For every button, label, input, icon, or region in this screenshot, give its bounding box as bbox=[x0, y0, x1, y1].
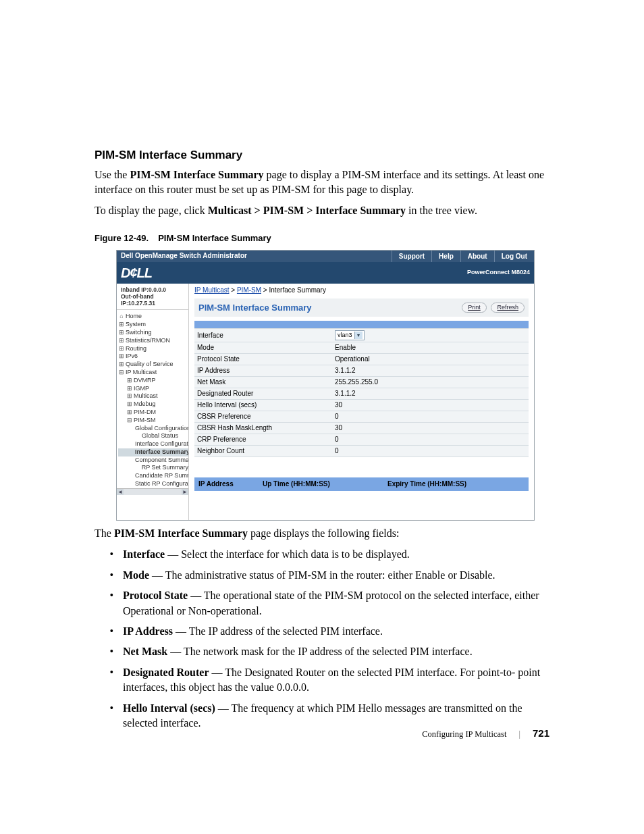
tree-item[interactable]: ⊞Switching bbox=[118, 329, 188, 337]
logout-link[interactable]: Log Out bbox=[494, 251, 534, 262]
print-button[interactable]: Print bbox=[462, 303, 487, 313]
tree-item-label: DVMRP bbox=[133, 377, 156, 384]
col-expiry-time: Expiry Time (HH:MM:SS) bbox=[387, 480, 466, 488]
expand-icon: ⊞ bbox=[118, 353, 125, 360]
dash: — bbox=[209, 667, 225, 678]
tree-item-label: IPv6 bbox=[125, 353, 138, 360]
dash: — bbox=[165, 548, 181, 560]
footer-chapter: Configuring IP Multicast bbox=[422, 729, 506, 739]
tree-item[interactable]: ⊟PIM-SM bbox=[118, 417, 188, 425]
expand-icon: ⊞ bbox=[126, 385, 133, 392]
tree-item[interactable]: ⊟IP Multicast bbox=[118, 369, 188, 377]
prop-key: Hello Interval (secs) bbox=[194, 400, 332, 411]
tree-item[interactable]: Global Status bbox=[118, 432, 188, 440]
tree-item[interactable]: ⊞IGMP bbox=[118, 385, 188, 393]
figure-label: Figure 12-49. bbox=[95, 233, 149, 243]
page-footer: Configuring IP Multicast | 721 bbox=[422, 727, 549, 739]
field-name: Interface bbox=[123, 548, 165, 560]
tree-item[interactable]: ⊞Multicast bbox=[118, 392, 188, 400]
prop-key: Interface bbox=[194, 329, 332, 342]
expand-icon: ⊞ bbox=[118, 321, 125, 328]
tree-item[interactable]: ⊞Statistics/RMON bbox=[118, 337, 188, 345]
scroll-right-icon[interactable]: ► bbox=[182, 489, 188, 495]
tree-item[interactable]: Static RP Configurati bbox=[118, 480, 188, 488]
tree-item[interactable]: ⊞IPv6 bbox=[118, 353, 188, 361]
prop-key: Designated Router bbox=[194, 388, 332, 400]
help-link[interactable]: Help bbox=[431, 251, 460, 262]
expand-icon: ⊞ bbox=[126, 409, 133, 416]
expand-icon: ⊞ bbox=[126, 400, 133, 408]
table-row: Net Mask255.255.255.0 bbox=[194, 377, 529, 388]
scroll-left-icon[interactable]: ◄ bbox=[117, 489, 124, 495]
tree-item-label: Routing bbox=[125, 345, 146, 353]
table-row: Hello Interval (secs)30 bbox=[194, 400, 529, 411]
field-name: Protocol State bbox=[123, 590, 188, 601]
expand-icon: ⊞ bbox=[118, 361, 125, 368]
field-name: IP Address bbox=[123, 625, 173, 637]
tree-item[interactable]: ⊞DVMRP bbox=[118, 377, 188, 385]
prop-key: CBSR Hash MaskLength bbox=[194, 423, 332, 434]
collapse-icon: ⊟ bbox=[118, 369, 125, 376]
tree-item[interactable]: Global Configuration bbox=[118, 425, 188, 433]
refresh-button[interactable]: Refresh bbox=[491, 303, 525, 313]
tree-item[interactable]: ⊞System bbox=[118, 321, 188, 329]
tree-item[interactable]: ⊞PIM-DM bbox=[118, 409, 188, 417]
support-link[interactable]: Support bbox=[392, 251, 431, 262]
tree-item[interactable]: Interface Summary bbox=[118, 448, 188, 457]
prop-value: 3.1.1.2 bbox=[332, 365, 529, 377]
prop-key: Net Mask bbox=[194, 377, 332, 388]
tree-item[interactable]: Component Summary bbox=[118, 457, 188, 465]
crumb-ip-multicast[interactable]: IP Multicast bbox=[194, 286, 230, 294]
dash: — bbox=[149, 569, 165, 581]
tree-item-label: Quality of Service bbox=[125, 361, 173, 368]
field-name: Mode bbox=[123, 569, 149, 581]
prop-value: 0 bbox=[332, 446, 529, 457]
prop-value: Enable bbox=[332, 342, 529, 354]
table-row: ModeEnable bbox=[194, 342, 529, 354]
crumb-sep: > bbox=[261, 286, 269, 294]
field-item: Interface — Select the interface for whi… bbox=[122, 547, 549, 562]
expand-icon: ⊞ bbox=[118, 337, 125, 344]
collapse-icon: ⊟ bbox=[126, 417, 133, 424]
sidebar: Inband IP:0.0.0.0 Out-of-band IP:10.27.5… bbox=[117, 284, 189, 520]
tree-item-label: Home bbox=[125, 313, 142, 320]
table-row: Protocol StateOperational bbox=[194, 354, 529, 365]
prop-value: 0 bbox=[332, 411, 529, 423]
tree-item-label: PIM-SM bbox=[133, 417, 156, 424]
prop-value: 3.1.1.2 bbox=[332, 388, 529, 400]
tree-item-label: RP Set Summary bbox=[141, 464, 188, 471]
tree-item-label: Switching bbox=[125, 329, 152, 336]
tree-item[interactable]: ⌂Home bbox=[118, 313, 188, 321]
tree-item-label: Interface Summary bbox=[134, 448, 189, 456]
tree-item[interactable]: ⊞Routing bbox=[118, 345, 188, 353]
panel-title: PIM-SM Interface Summary bbox=[198, 303, 312, 313]
field-item: Protocol State — The operational state o… bbox=[122, 588, 549, 619]
dash: — bbox=[173, 625, 189, 637]
field-desc: The IP address of the selected PIM inter… bbox=[189, 625, 383, 637]
field-item: Mode — The administrative status of PIM-… bbox=[122, 568, 549, 583]
prop-key: CRP Preference bbox=[194, 434, 332, 446]
prop-key: CBSR Preference bbox=[194, 411, 332, 423]
tree-item[interactable]: RP Set Summary bbox=[118, 464, 188, 472]
tree-item[interactable]: ⊞Quality of Service bbox=[118, 361, 188, 369]
tree-item[interactable]: Candidate RP Summ bbox=[118, 472, 188, 480]
dash: — bbox=[188, 590, 204, 601]
text-bold: PIM-SM Interface Summary bbox=[114, 527, 248, 539]
tree-item-label: IP Multicast bbox=[125, 369, 157, 376]
tree-item[interactable]: ⊞Mdebug bbox=[118, 400, 188, 409]
crumb-pim-sm[interactable]: PIM-SM bbox=[237, 286, 261, 294]
prop-key: IP Address bbox=[194, 365, 332, 377]
tree-item[interactable]: Interface Configuration bbox=[118, 440, 188, 448]
about-link[interactable]: About bbox=[460, 251, 494, 262]
text-bold: Multicast > PIM-SM > Interface Summary bbox=[208, 205, 406, 216]
field-desc: The network mask for the IP address of t… bbox=[184, 646, 473, 657]
oob-ip: Out-of-band IP:10.27.5.31 bbox=[121, 293, 186, 307]
interface-select[interactable]: vlan3▾ bbox=[335, 330, 365, 340]
logo-bar: D¢LL PowerConnect M8024 bbox=[117, 262, 534, 284]
prop-value: Operational bbox=[332, 354, 529, 365]
tree-scrollbar[interactable]: ◄ ► bbox=[117, 488, 188, 495]
field-item: Designated Router — The Designated Route… bbox=[122, 665, 549, 696]
dell-logo: D¢LL bbox=[121, 265, 152, 281]
intro-paragraph-2: To display the page, click Multicast > P… bbox=[95, 203, 549, 218]
crumb-sep: > bbox=[230, 286, 237, 294]
